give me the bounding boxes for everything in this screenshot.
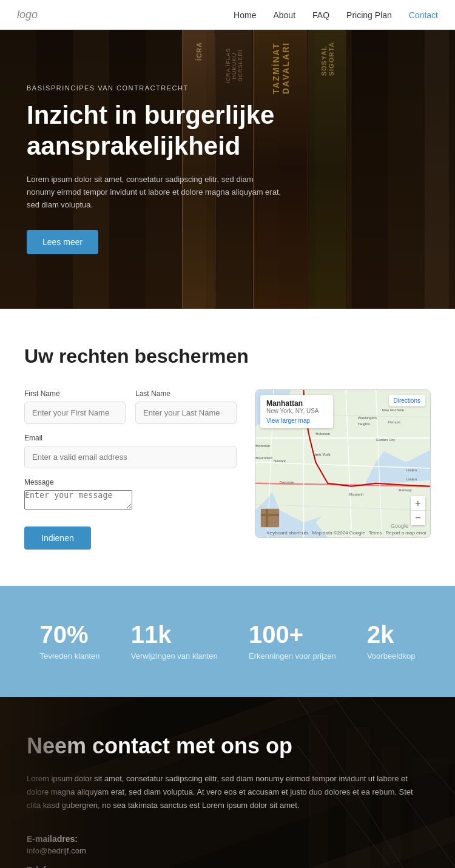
- contact-section: Neem contact met ons op Lorem ipsum dolo…: [0, 697, 455, 868]
- stat-number-1: 11k: [131, 622, 172, 647]
- form-section: Uw rechten beschermen First Name Last Na…: [0, 309, 455, 586]
- first-name-input[interactable]: [24, 402, 126, 424]
- map-info-box: Manhattan New York, NY, USA View larger …: [260, 395, 333, 428]
- svg-text:Linden: Linden: [406, 468, 417, 472]
- google-logo: Google: [391, 523, 408, 529]
- map-zoom-out-button[interactable]: −: [411, 511, 425, 525]
- contact-form: First Name Last Name Email Message Indie…: [24, 389, 237, 550]
- map-location-sub: New York, NY, USA: [266, 408, 327, 414]
- stat-label-2: Erkenningen voor prijzen: [249, 651, 336, 661]
- map-container[interactable]: New York Newark Hoboken Elizabeth Bayonn…: [255, 389, 431, 538]
- map-thumbnail: [260, 508, 280, 528]
- first-name-group: First Name: [24, 389, 126, 424]
- map-location-title: Manhattan: [266, 399, 327, 408]
- nav-links: Home About FAQ Pricing Plan Contact: [234, 10, 438, 21]
- svg-text:Montclair: Montclair: [255, 444, 270, 448]
- hero-subtitle: BASISPRINCIPES VAN CONTRACTRECHT: [27, 84, 189, 92]
- contact-phone-group: Telefoon: +123-456-7890: [27, 865, 428, 868]
- nav-faq[interactable]: FAQ: [312, 10, 329, 20]
- nav-contact[interactable]: Contact: [409, 10, 438, 20]
- hero-cta-button[interactable]: Lees meer: [27, 230, 98, 254]
- stats-section: 70% Tevreden klanten 11k Verwijzingen va…: [0, 586, 455, 697]
- svg-text:New York: New York: [312, 453, 331, 457]
- contact-description: Lorem ipsum dolor sit amet, consetatur s…: [27, 772, 415, 812]
- svg-text:Hoboken: Hoboken: [315, 432, 330, 436]
- svg-text:New Rochelle: New Rochelle: [382, 408, 404, 412]
- map-inner: New York Newark Hoboken Elizabeth Bayonn…: [255, 390, 430, 537]
- navbar: logo Home About FAQ Pricing Plan Contact: [0, 0, 455, 30]
- stat-number-3: 2k: [367, 622, 394, 647]
- svg-rect-30: [261, 509, 280, 528]
- map-zoom-controls: + −: [411, 496, 425, 525]
- contact-email-label: E-mailadres:: [27, 834, 428, 844]
- stat-item-1: 11k Verwijzingen van klanten: [131, 622, 218, 661]
- hero-title: Inzicht in burgerlijke aansprakelijkheid: [27, 100, 330, 161]
- svg-text:Elizabeth: Elizabeth: [349, 493, 363, 496]
- svg-text:Bayonne: Bayonne: [280, 480, 294, 484]
- svg-text:Linden: Linden: [406, 477, 417, 481]
- contact-email-group: E-mailadres: info@bedrijf.com: [27, 834, 428, 855]
- last-name-input[interactable]: [135, 402, 237, 424]
- map-data-label: Map data ©2024 Google: [312, 530, 365, 536]
- svg-rect-32: [266, 509, 268, 528]
- map-zoom-in-button[interactable]: +: [411, 496, 425, 511]
- contact-title: Neem contact met ons op: [27, 733, 428, 759]
- svg-text:Rahway: Rahway: [399, 488, 411, 492]
- map-footer: Keyboard shortcuts Map data ©2024 Google…: [255, 530, 430, 536]
- nav-pricing[interactable]: Pricing Plan: [346, 10, 392, 20]
- svg-text:Hempst: Hempst: [388, 420, 400, 424]
- email-group: Email: [24, 434, 237, 468]
- stat-item-2: 100+ Erkenningen voor prijzen: [249, 622, 336, 661]
- map-directions-button[interactable]: Directions: [389, 395, 425, 406]
- svg-text:Newark: Newark: [274, 459, 286, 463]
- svg-text:Garden City: Garden City: [376, 438, 396, 442]
- message-input[interactable]: [24, 490, 132, 510]
- map-report-link[interactable]: Report a map error: [385, 530, 426, 536]
- contact-phone-label: Telefoon:: [27, 865, 428, 868]
- view-larger-map-link[interactable]: View larger map: [266, 417, 310, 424]
- nav-about[interactable]: About: [273, 10, 295, 20]
- stat-label-0: Tevreden klanten: [40, 651, 100, 661]
- svg-rect-31: [261, 514, 280, 516]
- hero-section: İCRA İCRA İFLASHUKUKUDERSLERİ TAZMİNATDA…: [0, 30, 455, 309]
- stat-label-1: Verwijzingen van klanten: [131, 651, 218, 661]
- map-terms-link[interactable]: Terms: [369, 530, 382, 536]
- hero-description: Lorem ipsum dolor sit amet, consetatur s…: [27, 173, 281, 211]
- stat-item-3: 2k Voorbeeldkop: [367, 622, 416, 661]
- contact-email-value: info@bedrijf.com: [27, 846, 428, 855]
- email-label: Email: [24, 434, 237, 442]
- form-section-title: Uw rechten beschermen: [24, 345, 431, 368]
- last-name-label: Last Name: [135, 389, 237, 398]
- logo: logo: [17, 8, 38, 21]
- stat-label-3: Voorbeeldkop: [367, 651, 416, 661]
- first-name-label: First Name: [24, 389, 126, 398]
- message-group: Message: [24, 478, 237, 512]
- last-name-group: Last Name: [135, 389, 237, 424]
- stat-number-0: 70%: [40, 622, 89, 647]
- nav-home[interactable]: Home: [234, 10, 256, 20]
- map-keyboard-shortcuts[interactable]: Keyboard shortcuts: [266, 530, 308, 536]
- svg-text:Heights: Heights: [358, 422, 370, 426]
- stat-number-2: 100+: [249, 622, 303, 647]
- map-column: New York Newark Hoboken Elizabeth Bayonn…: [255, 389, 431, 538]
- stat-item-0: 70% Tevreden klanten: [40, 622, 100, 661]
- submit-button[interactable]: Indienen: [24, 527, 91, 550]
- svg-text:Bloomfield: Bloomfield: [255, 456, 272, 460]
- svg-text:Washington: Washington: [358, 416, 377, 420]
- email-input[interactable]: [24, 446, 237, 468]
- message-label: Message: [24, 478, 237, 486]
